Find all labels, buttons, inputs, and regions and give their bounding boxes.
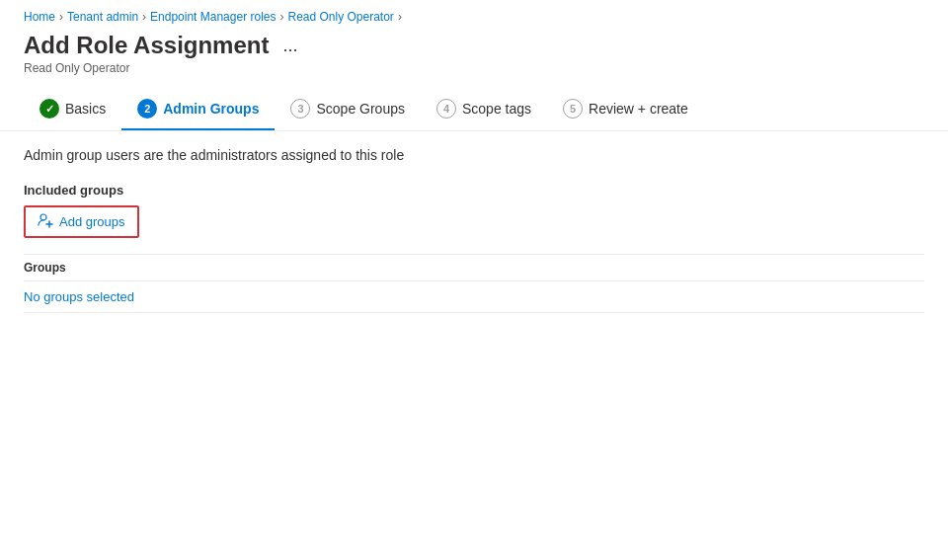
add-groups-button[interactable]: Add groups [24, 205, 139, 238]
tab-basics[interactable]: ✓ Basics [24, 91, 121, 130]
tab-label-scope-tags: Scope tags [462, 101, 531, 117]
breadcrumb-sep-1: › [59, 10, 63, 24]
tab-badge-basics: ✓ [40, 99, 59, 119]
tab-label-scope-groups: Scope Groups [316, 101, 405, 117]
tab-badge-scope-groups: 3 [290, 99, 310, 119]
svg-point-0 [40, 214, 46, 220]
breadcrumb-tenant-admin[interactable]: Tenant admin [67, 10, 138, 24]
table-column-header: Groups [24, 254, 924, 281]
breadcrumb-read-only-operator[interactable]: Read Only Operator [287, 10, 393, 24]
description-text: Admin group users are the administrators… [24, 147, 924, 163]
more-options-button[interactable]: ... [278, 34, 301, 58]
tabs-container: ✓ Basics 2 Admin Groups 3 Scope Groups 4… [0, 83, 948, 131]
breadcrumb-endpoint-manager[interactable]: Endpoint Manager roles [150, 10, 276, 24]
tab-badge-review-create: 5 [563, 99, 583, 119]
tab-badge-scope-tags: 4 [436, 99, 456, 119]
no-groups-message: No groups selected [24, 281, 924, 313]
page-header: Add Role Assignment ... Read Only Operat… [0, 28, 948, 83]
main-content: Admin group users are the administrators… [0, 131, 948, 329]
page-title: Add Role Assignment [24, 32, 269, 59]
included-groups-label: Included groups [24, 183, 924, 198]
breadcrumb-sep-3: › [279, 10, 283, 24]
breadcrumb-trailing-sep: › [398, 10, 402, 24]
tab-scope-tags[interactable]: 4 Scope tags [421, 91, 547, 130]
tab-label-basics: Basics [65, 101, 106, 117]
tab-review-create[interactable]: 5 Review + create [547, 91, 704, 130]
add-groups-label: Add groups [59, 214, 125, 229]
page-subtitle: Read Only Operator [24, 61, 924, 75]
breadcrumb-sep-2: › [142, 10, 146, 24]
add-person-icon [38, 212, 53, 231]
tab-admin-groups[interactable]: 2 Admin Groups [121, 91, 275, 130]
tab-scope-groups[interactable]: 3 Scope Groups [275, 91, 421, 130]
tab-label-admin-groups: Admin Groups [163, 101, 259, 117]
groups-table: Groups No groups selected [24, 254, 924, 313]
tab-label-review-create: Review + create [589, 101, 688, 117]
breadcrumb-home[interactable]: Home [24, 10, 55, 24]
tab-badge-admin-groups: 2 [137, 99, 157, 119]
breadcrumb: Home › Tenant admin › Endpoint Manager r… [0, 0, 948, 28]
